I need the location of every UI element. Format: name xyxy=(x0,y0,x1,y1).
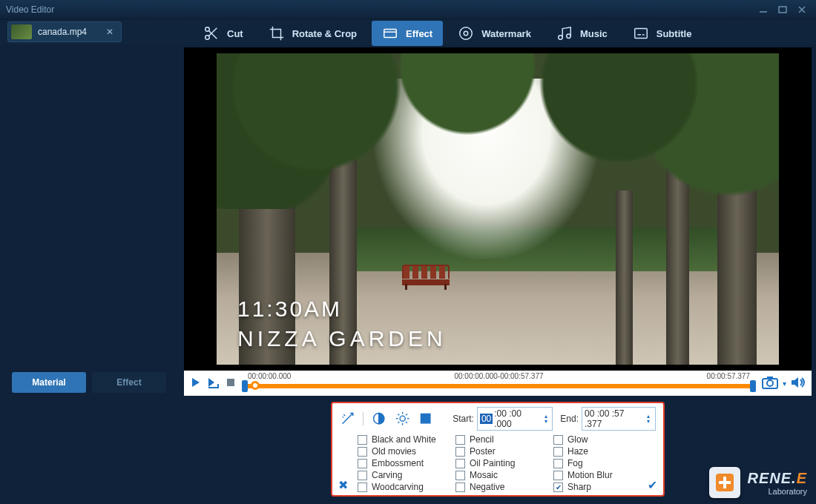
tab-effect-label: Effect xyxy=(406,28,432,39)
start-label: Start: xyxy=(453,414,474,424)
svg-rect-14 xyxy=(635,29,648,39)
close-icon[interactable]: ✕ xyxy=(106,27,113,37)
effect-option[interactable]: Fog xyxy=(553,458,638,468)
tab-subtitle[interactable]: Subtitle xyxy=(622,21,703,46)
time-center: 00:00:00.000-00:00:57.377 xyxy=(454,372,543,380)
effect-option[interactable]: Pencil xyxy=(455,434,540,445)
checkbox-icon xyxy=(358,459,367,468)
play-range-button[interactable] xyxy=(206,377,221,390)
svg-line-35 xyxy=(398,422,399,423)
subtitle-icon xyxy=(633,25,649,42)
tab-subtitle-label: Subtitle xyxy=(657,28,692,39)
preview-area: 11:30AM NIZZA GARDEN xyxy=(184,47,812,371)
range-handle-right[interactable] xyxy=(750,380,756,392)
effect-option[interactable]: Haze xyxy=(553,446,638,457)
brand-sub: Laboratory xyxy=(748,487,807,496)
tab-cut[interactable]: Cut xyxy=(193,21,254,46)
watermark-icon xyxy=(458,25,474,42)
left-tab-material[interactable]: Material xyxy=(12,372,86,393)
svg-line-32 xyxy=(398,414,399,416)
checkbox-icon xyxy=(358,447,367,457)
overlay-place: NIZZA GARDEN xyxy=(237,326,447,351)
svg-rect-20 xyxy=(217,384,219,388)
snapshot-arrow-icon[interactable]: ▾ xyxy=(783,379,786,388)
left-tabs: Material Effect xyxy=(4,372,174,394)
svg-point-11 xyxy=(464,31,468,36)
tab-rotate-label: Rotate & Crop xyxy=(292,28,357,39)
vignette-icon[interactable] xyxy=(418,411,433,427)
svg-line-33 xyxy=(406,422,407,423)
brightness-icon[interactable] xyxy=(395,411,410,427)
effect-option[interactable]: Old movies xyxy=(358,446,442,457)
tab-effect[interactable]: Effect xyxy=(372,21,443,46)
stop-button[interactable] xyxy=(226,377,236,389)
svg-marker-18 xyxy=(208,378,214,387)
effect-option[interactable]: Oil Painting xyxy=(455,458,540,468)
svg-line-34 xyxy=(406,414,407,416)
tab-music[interactable]: Music xyxy=(546,21,618,46)
effect-option-label: Fog xyxy=(567,458,583,468)
video-preview[interactable]: 11:30AM NIZZA GARDEN xyxy=(217,53,779,365)
effect-option-label: Glow xyxy=(567,434,588,445)
svg-rect-24 xyxy=(767,377,773,379)
effect-option[interactable]: Glow xyxy=(553,434,638,445)
maximize-button[interactable] xyxy=(774,4,791,16)
checkbox-icon xyxy=(455,435,465,445)
timeline[interactable]: 00:00:00.000 00:00:00.000-00:00:57.377 0… xyxy=(240,372,757,394)
svg-point-27 xyxy=(400,416,405,421)
effect-icon xyxy=(382,25,398,42)
snapshot-button[interactable] xyxy=(762,376,778,391)
checkbox-icon xyxy=(553,435,563,445)
crop-icon xyxy=(269,25,285,42)
playbar: 00:00:00.000 00:00:00.000-00:00:57.377 0… xyxy=(184,371,812,396)
playhead[interactable] xyxy=(251,381,260,390)
start-time-field[interactable]: Start: 00:00 :00 .000▴▾ xyxy=(453,407,553,431)
left-tab-effect[interactable]: Effect xyxy=(92,372,166,393)
window-title: Video Editor xyxy=(6,4,54,15)
effect-option-label: Old movies xyxy=(372,446,416,457)
svg-point-23 xyxy=(767,380,773,386)
effect-option[interactable]: Poster xyxy=(455,446,540,457)
svg-point-13 xyxy=(567,34,571,38)
time-right: 00:00:57.377 xyxy=(707,372,750,380)
effect-option[interactable]: Embossment xyxy=(358,458,442,468)
effect-option-label: Oil Painting xyxy=(470,458,515,468)
end-time-field[interactable]: End: 00 :00 :57 .377▴▾ xyxy=(560,407,656,431)
effect-panel-toolbar: Start: 00:00 :00 .000▴▾ End: 00 :00 :57 … xyxy=(340,409,656,428)
tab-cut-label: Cut xyxy=(227,28,243,39)
left-panel: Material Effect xyxy=(4,46,181,500)
effect-option-label: Pencil xyxy=(470,434,494,445)
checkbox-icon xyxy=(358,435,367,445)
effect-panel: Start: 00:00 :00 .000▴▾ End: 00 :00 :57 … xyxy=(331,402,665,497)
tab-music-label: Music xyxy=(580,28,608,39)
contrast-icon[interactable] xyxy=(371,411,386,427)
media-tab[interactable]: canada.mp4 ✕ xyxy=(7,21,122,42)
close-button[interactable] xyxy=(794,4,810,16)
minimize-button[interactable] xyxy=(755,4,771,16)
effect-option[interactable]: Black and White xyxy=(358,434,442,445)
cancel-icon[interactable]: ✖ xyxy=(338,478,348,492)
brand-badge-icon xyxy=(709,467,740,498)
title-bar: Video Editor xyxy=(0,0,816,19)
svg-rect-36 xyxy=(421,414,430,423)
svg-point-4 xyxy=(205,27,210,32)
wand-icon[interactable] xyxy=(340,411,355,427)
tab-rotate-crop[interactable]: Rotate & Crop xyxy=(258,21,367,46)
confirm-icon[interactable]: ✔ xyxy=(648,478,657,492)
volume-button[interactable] xyxy=(791,377,806,390)
time-left: 00:00:00.000 xyxy=(248,372,291,380)
svg-rect-8 xyxy=(384,30,397,38)
bench-graphic xyxy=(402,265,450,290)
brand-logo: RENE.E Laboratory xyxy=(709,467,807,498)
checkbox-icon xyxy=(455,447,465,457)
end-label: End: xyxy=(560,414,579,424)
scissors-icon xyxy=(203,25,220,42)
play-button[interactable] xyxy=(190,377,202,390)
media-filename: canada.mp4 xyxy=(38,27,87,37)
svg-point-10 xyxy=(460,27,473,40)
svg-point-12 xyxy=(559,36,563,40)
range-handle-left[interactable] xyxy=(242,380,248,392)
media-thumb xyxy=(11,24,32,39)
tab-watermark[interactable]: Watermark xyxy=(447,21,542,46)
tab-watermark-label: Watermark xyxy=(481,28,531,39)
